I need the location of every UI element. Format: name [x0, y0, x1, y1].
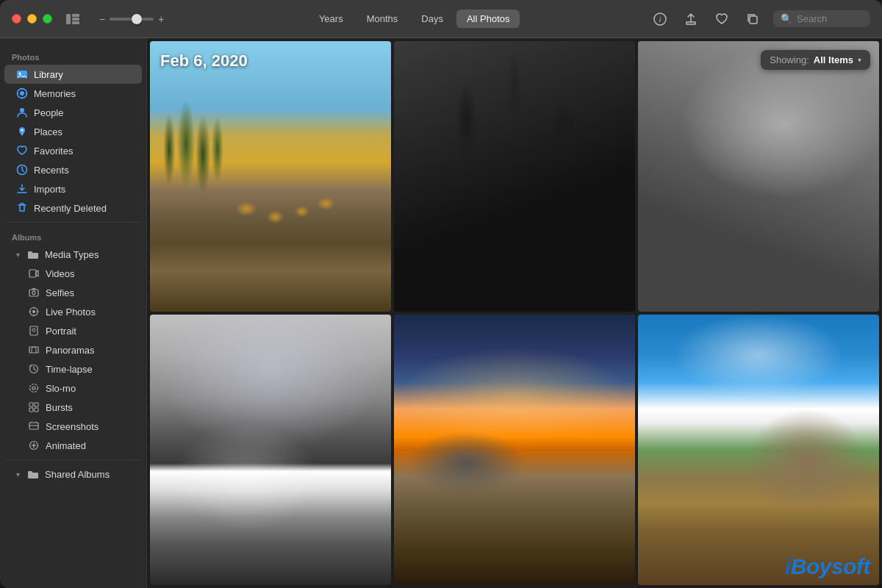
sidebar-item-bursts[interactable]: Bursts — [4, 398, 142, 417]
content-area: Showing: All Items ▾ Feb 6, 2020 iBoy — [147, 38, 882, 588]
sidebar-toggle-icon[interactable] — [61, 7, 85, 31]
svg-rect-2 — [72, 18, 79, 21]
svg-rect-0 — [66, 14, 71, 24]
sidebar-item-live-photos[interactable]: Live Photos — [4, 302, 142, 321]
sidebar-item-label-animated: Animated — [46, 440, 86, 451]
sidebar-item-label-library: Library — [34, 69, 63, 80]
favorite-button[interactable] — [711, 9, 732, 29]
svg-rect-3 — [72, 21, 79, 24]
bursts-icon — [28, 401, 40, 413]
photo-cell-4[interactable] — [150, 315, 391, 585]
sidebar-item-label-favorites: Favorites — [34, 146, 73, 157]
sidebar-section-photos: Photos — [0, 47, 146, 65]
sidebar-item-library[interactable]: Library — [4, 65, 142, 84]
showing-value: All Items — [814, 54, 853, 65]
sidebar-item-animated[interactable]: Animated — [4, 436, 142, 455]
titlebar: − + Years Months Days All Photos i — [0, 0, 882, 38]
photo-cell-2[interactable] — [394, 41, 635, 312]
sidebar-item-label-time-lapse: Time-lapse — [46, 364, 93, 375]
svg-point-31 — [33, 445, 35, 446]
duplicate-button[interactable] — [742, 9, 763, 29]
search-icon: 🔍 — [781, 13, 792, 24]
sidebar-item-shared-albums[interactable]: ▾ Shared Albums — [4, 465, 142, 484]
sidebar-item-label-slo-mo: Slo-mo — [46, 383, 76, 394]
sidebar-item-imports[interactable]: Imports — [4, 179, 142, 198]
zoom-control: − + — [99, 13, 164, 25]
minimize-button[interactable] — [27, 14, 37, 24]
places-icon — [16, 126, 28, 137]
svg-rect-26 — [35, 403, 38, 406]
sidebar-item-media-types[interactable]: ▾ Media Types — [4, 245, 142, 264]
sidebar-item-time-lapse[interactable]: Time-lapse — [4, 359, 142, 379]
sidebar-item-label-screenshots: Screenshots — [46, 421, 98, 432]
photo-cell-6[interactable] — [638, 315, 879, 585]
media-types-folder-icon — [27, 248, 39, 260]
svg-rect-25 — [29, 403, 33, 406]
sidebar-item-screenshots[interactable]: Screenshots — [4, 417, 142, 436]
svg-rect-27 — [29, 408, 33, 412]
live-photos-icon — [28, 306, 40, 318]
sidebar-item-label-shared-albums: Shared Albums — [45, 469, 110, 480]
svg-point-24 — [32, 387, 35, 390]
tab-years[interactable]: Years — [309, 10, 354, 28]
svg-point-16 — [32, 291, 35, 294]
photo-cell-1[interactable]: Feb 6, 2020 — [150, 41, 391, 312]
tab-months[interactable]: Months — [356, 10, 409, 28]
sidebar-item-panoramas[interactable]: Panoramas — [4, 340, 142, 359]
sidebar-item-videos[interactable]: Videos — [4, 264, 142, 283]
zoom-slider[interactable] — [110, 18, 154, 21]
sidebar-item-favorites[interactable]: Favorites — [4, 141, 142, 160]
zoom-thumb[interactable] — [132, 14, 142, 24]
sidebar-separator-2 — [6, 459, 140, 460]
sidebar-item-recents[interactable]: Recents — [4, 160, 142, 179]
photo-cell-3[interactable] — [638, 41, 879, 312]
portrait-icon — [28, 325, 40, 337]
sidebar-item-label-places: Places — [34, 126, 62, 137]
svg-point-23 — [30, 384, 38, 392]
memories-icon — [16, 87, 28, 99]
search-input[interactable] — [797, 13, 863, 24]
showing-bar[interactable]: Showing: All Items ▾ — [761, 50, 870, 70]
sidebar: Photos Library — [0, 38, 147, 588]
sidebar-item-slo-mo[interactable]: Slo-mo — [4, 379, 142, 398]
svg-point-8 — [19, 73, 21, 75]
maximize-button[interactable] — [43, 14, 52, 24]
svg-rect-1 — [72, 14, 79, 17]
zoom-plus-button[interactable]: + — [158, 13, 164, 25]
sidebar-item-portrait[interactable]: Portrait — [4, 321, 142, 340]
app-window: − + Years Months Days All Photos i — [0, 0, 882, 588]
recently-deleted-icon — [16, 202, 28, 214]
sidebar-item-label-recents: Recents — [34, 165, 69, 176]
sidebar-item-label-selfies: Selfies — [46, 287, 74, 298]
view-tabs-container: Years Months Days All Photos — [187, 10, 641, 28]
sidebar-item-selfies[interactable]: Selfies — [4, 283, 142, 302]
sidebar-item-label-portrait: Portrait — [46, 326, 76, 337]
search-box[interactable]: 🔍 — [773, 10, 870, 27]
sidebar-item-recently-deleted[interactable]: Recently Deleted — [4, 198, 142, 218]
recents-icon — [16, 164, 28, 176]
svg-rect-28 — [35, 408, 38, 412]
svg-point-11 — [20, 108, 24, 112]
sidebar-item-memories[interactable]: Memories — [4, 84, 142, 103]
share-button[interactable] — [681, 9, 701, 29]
showing-chevron-icon: ▾ — [858, 56, 861, 64]
zoom-minus-button[interactable]: − — [99, 13, 105, 25]
photo-grid: Feb 6, 2020 — [147, 38, 882, 588]
sidebar-item-places[interactable]: Places — [4, 122, 142, 141]
sidebar-item-label-live-photos: Live Photos — [46, 306, 96, 318]
shared-albums-icon — [27, 468, 39, 480]
tab-all-photos[interactable]: All Photos — [456, 10, 520, 28]
info-button[interactable]: i — [650, 9, 670, 29]
main-layout: Photos Library — [0, 38, 882, 588]
sidebar-section-albums: Albums — [0, 227, 146, 245]
photo-cell-5[interactable] — [394, 315, 635, 585]
sidebar-item-label-videos: Videos — [46, 268, 75, 279]
close-button[interactable] — [12, 14, 21, 24]
sidebar-item-people[interactable]: People — [4, 103, 142, 122]
sidebar-item-label-memories: Memories — [34, 88, 76, 99]
tab-days[interactable]: Days — [411, 10, 453, 28]
animated-icon — [28, 440, 40, 451]
panoramas-icon — [28, 344, 40, 356]
sidebar-separator-1 — [6, 222, 140, 223]
screenshots-icon — [28, 420, 40, 432]
